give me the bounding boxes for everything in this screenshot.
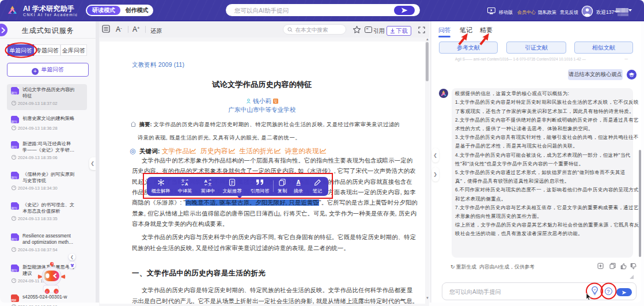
- svg-text:”: ”: [366, 27, 369, 32]
- svg-text:A: A: [185, 182, 188, 186]
- svg-text:文: 文: [208, 182, 212, 186]
- svg-text:A: A: [204, 179, 208, 184]
